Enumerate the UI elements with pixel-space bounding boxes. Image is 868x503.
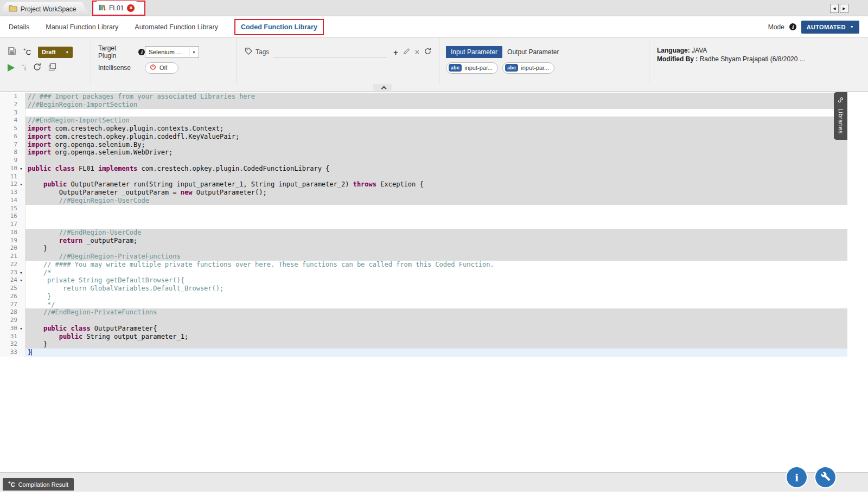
code-text[interactable]: // #### You may write multiple private f… xyxy=(25,261,847,269)
code-text[interactable] xyxy=(25,157,847,165)
code-text[interactable] xyxy=(25,173,847,181)
libraries-panel-tab[interactable]: Libraries xyxy=(834,92,847,140)
code-text[interactable]: //#BeginRegion-ImportSection xyxy=(25,101,847,109)
code-text[interactable] xyxy=(25,205,847,213)
code-line[interactable]: 33} xyxy=(0,349,847,357)
code-editor[interactable]: 1// ### Import packages from your associ… xyxy=(0,92,868,472)
code-line[interactable]: 27 */ xyxy=(0,301,847,309)
code-text[interactable]: import com.crestech.opkey.plugin.codedfl… xyxy=(25,133,847,141)
code-text[interactable]: // ### Import packages from your associa… xyxy=(25,93,847,101)
info-icon[interactable]: i xyxy=(138,49,145,55)
code-text[interactable]: } xyxy=(25,244,847,253)
code-line[interactable]: 4//#EndRegion-ImportSection xyxy=(0,117,847,125)
code-text[interactable]: //#BeginRegion-UserCode xyxy=(25,197,847,205)
fold-toggle-icon[interactable]: ▾ xyxy=(17,165,25,173)
mode-dropdown[interactable]: AUTOMATED ▼ xyxy=(801,21,859,34)
code-line[interactable]: 30▾ public class OutputParameter{ xyxy=(0,325,847,333)
tab-input-parameter[interactable]: Input Parameter xyxy=(446,46,502,58)
code-text[interactable]: return _outputParam; xyxy=(25,237,847,245)
code-text[interactable]: public String output_parameter_1; xyxy=(25,333,847,341)
code-line[interactable]: 20 } xyxy=(0,244,847,253)
scroll-right-icon[interactable]: ▶ xyxy=(840,4,848,13)
code-text[interactable]: import org.openqa.selenium.By; xyxy=(25,141,847,149)
compilation-result-button[interactable]: +C Compilation Result xyxy=(3,478,74,491)
code-line[interactable]: 5import com.crestech.opkey.plugin.contex… xyxy=(0,125,847,133)
tab-project-workspace[interactable]: Project WorkSpace xyxy=(3,2,90,16)
code-line[interactable]: 18 //#EndRegion-UserCode xyxy=(0,229,847,237)
tab-fl01[interactable]: FL01 × xyxy=(93,1,144,15)
code-line[interactable]: 9 xyxy=(0,157,847,165)
code-line[interactable]: 1// ### Import packages from your associ… xyxy=(0,93,847,101)
tab-coded-function-library[interactable]: Coded Function Library xyxy=(234,19,324,35)
code-text[interactable]: } xyxy=(25,293,847,301)
tab-output-parameter[interactable]: Output Parameter xyxy=(502,46,564,58)
layers-icon[interactable] xyxy=(48,63,56,73)
code-line[interactable]: 7import org.openqa.selenium.By; xyxy=(0,141,847,149)
refresh-icon[interactable] xyxy=(33,63,41,73)
code-text[interactable]: import com.crestech.opkey.plugin.context… xyxy=(25,125,847,133)
code-line[interactable]: 25 return GlobalVariables.Default_Browse… xyxy=(0,285,847,293)
code-text[interactable]: import org.openqa.selenium.WebDriver; xyxy=(25,149,847,157)
collapse-toolbar-button[interactable] xyxy=(373,84,392,91)
save-icon[interactable] xyxy=(8,47,16,57)
code-text[interactable]: OutputParameter _outputParam = new Outpu… xyxy=(25,189,847,197)
scroll-left-icon[interactable]: ◀ xyxy=(830,4,839,13)
tab-manual-function-library[interactable]: Manual Function Library xyxy=(46,23,118,31)
edit-tag-icon[interactable] xyxy=(403,47,410,57)
code-line[interactable]: 31 public String output_parameter_1; xyxy=(0,333,847,341)
add-coded-function-icon[interactable]: +C xyxy=(23,48,31,56)
code-line[interactable]: 14 //#BeginRegion-UserCode xyxy=(0,197,847,205)
code-line[interactable]: 23▾ /* xyxy=(0,269,847,277)
code-text[interactable]: public OutputParameter run(String input_… xyxy=(25,180,847,189)
run-button[interactable] xyxy=(8,64,15,72)
code-line[interactable]: 17 xyxy=(0,221,847,229)
tags-input[interactable] xyxy=(273,47,387,57)
code-line[interactable]: 3 xyxy=(0,109,847,117)
code-line[interactable]: 32 } xyxy=(0,340,847,349)
intellisense-toggle[interactable]: Off xyxy=(145,62,178,74)
code-text[interactable]: } xyxy=(25,340,847,349)
code-text[interactable]: */ xyxy=(25,301,847,309)
code-text[interactable] xyxy=(25,317,847,325)
target-plugin-dropdown[interactable]: Selenium ... ▼ xyxy=(145,46,199,58)
code-line[interactable]: 22 // #### You may write multiple privat… xyxy=(0,261,847,269)
fold-toggle-icon[interactable]: ▾ xyxy=(17,325,25,333)
code-line[interactable]: 21 //#BeginRegion-PrivateFunctions xyxy=(0,253,847,261)
fold-toggle-icon[interactable]: ▾ xyxy=(17,180,25,189)
status-dropdown[interactable]: Draft ▼ xyxy=(38,47,73,58)
code-line[interactable]: 8import org.openqa.selenium.WebDriver; xyxy=(0,149,847,157)
code-text[interactable]: /* xyxy=(25,269,847,277)
code-text[interactable]: //#EndRegion-ImportSection xyxy=(25,117,847,125)
info-icon[interactable]: i xyxy=(789,23,796,30)
code-line[interactable]: 28 //#EndRegion-PrivateFunctions xyxy=(0,308,847,317)
code-line[interactable]: 2//#BeginRegion-ImportSection xyxy=(0,101,847,109)
fold-toggle-icon[interactable]: ▾ xyxy=(17,269,25,277)
add-tag-icon[interactable]: + xyxy=(393,48,398,56)
tab-details[interactable]: Details xyxy=(9,23,29,31)
code-line[interactable]: 26 } xyxy=(0,293,847,301)
code-text[interactable]: } xyxy=(25,349,847,357)
code-text[interactable]: public class OutputParameter{ xyxy=(25,325,847,333)
code-line[interactable]: 15 xyxy=(0,205,847,213)
input-parameter-chip[interactable]: abc input-par... xyxy=(446,62,498,74)
code-text[interactable]: //#BeginRegion-PrivateFunctions xyxy=(25,253,847,261)
code-text[interactable]: //#EndRegion-UserCode xyxy=(25,229,847,237)
code-text[interactable]: //#EndRegion-PrivateFunctions xyxy=(25,308,847,317)
close-icon[interactable]: × xyxy=(127,4,135,12)
remove-tag-icon[interactable]: × xyxy=(415,48,419,56)
fold-toggle-icon[interactable]: ▾ xyxy=(17,276,25,285)
code-text[interactable] xyxy=(25,109,847,117)
code-text[interactable] xyxy=(25,221,847,229)
code-text[interactable]: private String getDefaultBrowser(){ xyxy=(25,276,847,285)
info-fab-button[interactable]: i xyxy=(787,467,807,487)
code-line[interactable]: 29 xyxy=(0,317,847,325)
code-text[interactable]: return GlobalVariables.Default_Browser()… xyxy=(25,285,847,293)
code-text[interactable] xyxy=(25,212,847,221)
code-line[interactable]: 13 OutputParameter _outputParam = new Ou… xyxy=(0,189,847,197)
code-line[interactable]: 16 xyxy=(0,212,847,221)
code-line[interactable]: 6import com.crestech.opkey.plugin.codedf… xyxy=(0,133,847,141)
code-line[interactable]: 11 xyxy=(0,173,847,181)
tab-automated-function-library[interactable]: Automated Function Library xyxy=(135,23,218,31)
code-line[interactable]: 19 return _outputParam; xyxy=(0,237,847,245)
code-line[interactable]: 10▾public class FL01 implements com.cres… xyxy=(0,165,847,173)
